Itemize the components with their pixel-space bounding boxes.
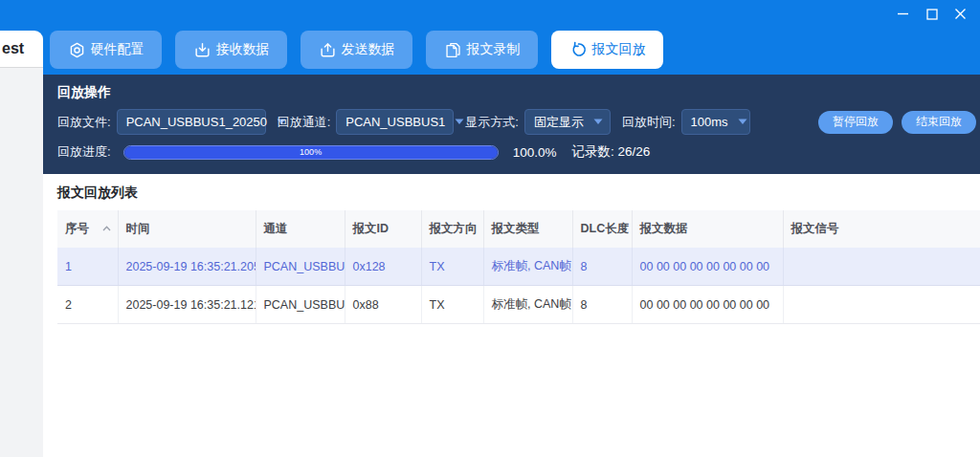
cell-dlc: 8: [572, 248, 632, 286]
app-window: 硬件配置 接收数据 发送数据 报文录制 报文回放: [0, 0, 980, 457]
close-button[interactable]: [954, 8, 967, 20]
tab-label: 接收数据: [216, 41, 270, 58]
replay-channel-value: PCAN_USBBUS1: [345, 115, 445, 129]
cell-direction: TX: [421, 286, 483, 324]
cell-signal: [783, 286, 980, 324]
close-icon: [954, 8, 967, 20]
chevron-down-icon: [738, 119, 747, 125]
tab-message-record[interactable]: 报文录制: [426, 31, 538, 69]
sidebar-tab-label: est: [2, 40, 24, 57]
cell-signal: [783, 248, 980, 286]
column-header-dlc[interactable]: DLC长度: [572, 210, 632, 248]
sort-ascending-icon[interactable]: [102, 221, 111, 234]
replay-list-title: 报文回放列表: [57, 185, 980, 202]
replay-file-value: PCAN_USBBUS1_20250: [126, 115, 267, 129]
chevron-down-icon: [455, 119, 464, 125]
replay-message-table: 序号 时间 通道 报文ID 报文方向 报文类型 DLC长度 报文数据 报文信号 …: [57, 210, 980, 324]
tab-label: 发送数据: [342, 41, 395, 58]
cell-data: 00 00 00 00 00 00 00 00: [632, 248, 783, 286]
replay-time-label: 回放时间:: [622, 114, 676, 131]
progress-bar-fill: 100%: [124, 146, 498, 159]
stop-replay-button[interactable]: 结束回放: [902, 111, 976, 134]
message-record-icon: [444, 41, 462, 59]
cell-channel: PCAN_USBBUS1: [256, 286, 345, 324]
minimize-icon: [897, 8, 909, 20]
replay-channel-dropdown[interactable]: PCAN_USBBUS1: [336, 109, 454, 135]
replay-operation-panel: 回放操作 回放文件: PCAN_USBBUS1_20250 回放通道: PCAN…: [43, 75, 980, 174]
column-header-signal[interactable]: 报文信号: [783, 210, 980, 248]
progress-percent: 100.0%: [513, 145, 557, 160]
replay-time-value: 100ms: [691, 115, 728, 129]
column-header-data[interactable]: 报文数据: [632, 210, 783, 248]
tab-send-data[interactable]: 发送数据: [301, 31, 412, 69]
display-mode-dropdown[interactable]: 固定显示: [524, 109, 611, 135]
progress-bar: 100%: [123, 145, 499, 160]
cell-time: 2025-09-19 16:35:21.121: [118, 286, 256, 324]
table-header-row: 序号 时间 通道 报文ID 报文方向 报文类型 DLC长度 报文数据 报文信号: [57, 210, 980, 248]
cell-msg-id: 0x88: [345, 286, 421, 324]
progress-bar-text: 100%: [300, 147, 322, 157]
tab-receive-data[interactable]: 接收数据: [175, 31, 287, 69]
sidebar-tab-test[interactable]: est: [0, 31, 43, 67]
tab-hardware-config[interactable]: 硬件配置: [50, 31, 162, 69]
cell-msg-type: 标准帧, CAN帧: [483, 248, 572, 286]
table-row-selected[interactable]: 1 2025-09-19 16:35:21.205 PCAN_USBBUS1 0…: [57, 248, 980, 286]
sidebar-body: [0, 67, 43, 457]
cell-channel: PCAN_USBBUS1: [256, 248, 345, 286]
column-header-msg-type[interactable]: 报文类型: [483, 210, 572, 248]
replay-file-dropdown[interactable]: PCAN_USBBUS1_20250: [117, 109, 266, 135]
maximize-icon: [926, 9, 938, 20]
cell-index: 1: [57, 248, 118, 286]
chevron-down-icon: [593, 119, 603, 125]
hardware-config-icon: [68, 41, 86, 59]
maximize-button[interactable]: [925, 8, 938, 20]
cell-msg-type: 标准帧, CAN帧: [483, 286, 572, 324]
table-row[interactable]: 2 2025-09-19 16:35:21.121 PCAN_USBBUS1 0…: [57, 286, 980, 324]
cell-time: 2025-09-19 16:35:21.205: [118, 248, 256, 286]
send-data-icon: [319, 41, 337, 59]
column-header-time[interactable]: 时间: [118, 210, 256, 248]
receive-data-icon: [193, 41, 212, 59]
minimize-button[interactable]: [897, 8, 909, 20]
replay-list-section: 报文回放列表 序号 时间 通道 报文ID 报文方向 报文类型 DLC长度 报文数…: [43, 174, 980, 457]
cell-dlc: 8: [572, 286, 632, 324]
progress-label: 回放进度:: [57, 143, 111, 161]
replay-controls-row: 回放文件: PCAN_USBBUS1_20250 回放通道: PCAN_USBB…: [57, 109, 976, 135]
display-mode-label: 显示方式:: [465, 114, 519, 131]
cell-msg-id: 0x128: [345, 248, 421, 286]
tab-label: 硬件配置: [91, 41, 145, 58]
pause-replay-button[interactable]: 暂停回放: [818, 111, 893, 134]
column-header-index[interactable]: 序号: [57, 210, 118, 248]
column-header-channel[interactable]: 通道: [256, 210, 345, 248]
message-replay-icon: [569, 41, 588, 59]
tab-message-replay[interactable]: 报文回放: [551, 31, 663, 69]
replay-channel-label: 回放通道:: [278, 114, 331, 131]
record-count: 记录数: 26/26: [571, 143, 650, 161]
column-header-msg-id[interactable]: 报文ID: [345, 210, 421, 248]
tab-label: 报文录制: [467, 41, 521, 58]
cell-data: 00 00 00 00 00 00 00 00: [632, 286, 783, 324]
tab-label: 报文回放: [592, 41, 646, 58]
panel-title: 回放操作: [57, 84, 980, 101]
replay-time-dropdown[interactable]: 100ms: [681, 109, 750, 135]
left-sidebar-cutoff: est: [0, 31, 43, 457]
replay-progress-row: 回放进度: 100% 100.0% 记录数: 26/26: [57, 143, 980, 161]
cell-direction: TX: [421, 248, 483, 286]
window-controls: [897, 8, 967, 20]
column-header-direction[interactable]: 报文方向: [421, 210, 483, 248]
replay-file-label: 回放文件:: [57, 114, 111, 131]
cell-index: 2: [57, 286, 118, 324]
nav-tab-bar: 硬件配置 接收数据 发送数据 报文录制 报文回放: [50, 31, 663, 69]
replay-action-buttons: 暂停回放 结束回放: [818, 111, 976, 134]
display-mode-value: 固定显示: [534, 114, 584, 131]
